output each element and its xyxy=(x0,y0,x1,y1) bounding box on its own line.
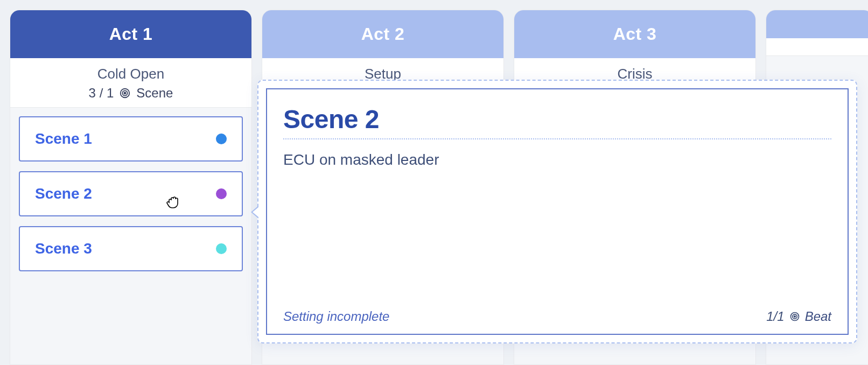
act-count-row-1: 3 / 1 Scene xyxy=(15,86,247,101)
scene-status-dot xyxy=(216,188,227,199)
act-header-3[interactable]: Act 3 xyxy=(514,10,755,58)
scene-label: Scene 3 xyxy=(35,240,92,257)
act-column-1: Act 1 Cold Open 3 / 1 Scene Scene 1 Scen… xyxy=(10,10,252,365)
beat-count-text: 1/1 xyxy=(766,309,784,324)
scene-detail-description: ECU on masked leader xyxy=(283,151,831,169)
svg-point-5 xyxy=(794,316,795,318)
scene-status-dot xyxy=(216,243,227,254)
grab-cursor-icon xyxy=(165,194,180,209)
scenes-list: Scene 1 Scene 2 Scene 3 xyxy=(10,108,251,280)
scene-card-3[interactable]: Scene 3 xyxy=(19,226,243,271)
target-icon xyxy=(119,87,131,99)
act-count-unit-1: Scene xyxy=(136,86,173,101)
scene-detail-status: Setting incomplete xyxy=(283,309,389,324)
scene-detail-footer: Setting incomplete 1/1 Beat xyxy=(283,309,831,324)
scene-card-2[interactable]: Scene 2 xyxy=(19,171,243,216)
scene-label: Scene 2 xyxy=(35,185,92,202)
act-sub-4 xyxy=(766,38,868,56)
scene-beat-count: 1/1 Beat xyxy=(766,309,831,324)
scene-detail-popover: Scene 2 ECU on masked leader Setting inc… xyxy=(257,80,857,343)
scene-card-1[interactable]: Scene 1 xyxy=(19,116,243,162)
scene-label: Scene 1 xyxy=(35,130,92,148)
scene-status-dot xyxy=(216,134,227,144)
act-sub-1: Cold Open 3 / 1 Scene xyxy=(10,58,251,108)
act-header-2[interactable]: Act 2 xyxy=(262,10,503,58)
act-subtitle-1: Cold Open xyxy=(15,66,247,82)
act-header-4[interactable] xyxy=(766,10,868,38)
act-count-text-1: 3 / 1 xyxy=(89,86,114,101)
act-header-1[interactable]: Act 1 xyxy=(10,10,251,58)
scene-detail-inner[interactable]: Scene 2 ECU on masked leader Setting inc… xyxy=(266,88,849,335)
svg-point-2 xyxy=(124,93,126,94)
target-icon xyxy=(789,311,801,322)
divider xyxy=(283,138,831,139)
scene-detail-title: Scene 2 xyxy=(283,104,831,134)
beat-label: Beat xyxy=(805,309,831,324)
